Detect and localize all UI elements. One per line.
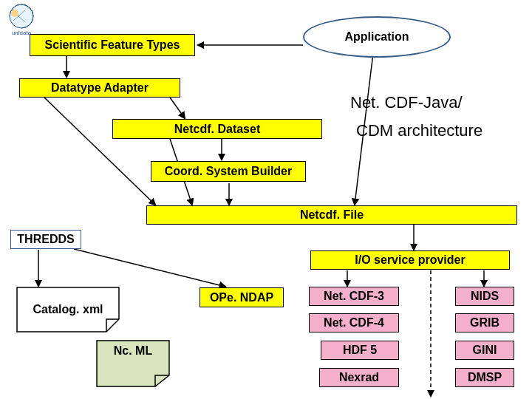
datatype-adapter-node: Datatype Adapter <box>19 78 180 98</box>
nexrad-node: Nexrad <box>319 368 399 387</box>
application-node: Application <box>303 16 451 58</box>
thredds-node: THREDDS <box>10 230 81 249</box>
hdf5-node: HDF 5 <box>321 341 399 360</box>
datatype-adapter-label: Datatype Adapter <box>51 81 149 95</box>
dmsp-label: DMSP <box>468 371 502 384</box>
grib-label: GRIB <box>470 316 499 330</box>
netcdf-dataset-label: Netcdf. Dataset <box>174 123 260 136</box>
svg-point-1 <box>11 10 18 17</box>
grib-node: GRIB <box>455 313 514 332</box>
io-service-provider-label: I/O service provider <box>355 253 465 267</box>
coord-system-builder-node: Coord. System Builder <box>151 161 306 182</box>
arrows-layer <box>0 0 532 399</box>
opendap-node: OPe. NDAP <box>200 287 284 307</box>
gini-label: GINI <box>473 344 497 357</box>
scientific-feature-types-label: Scientific Feature Types <box>45 38 180 52</box>
ncml-label: Nc. ML <box>114 344 152 358</box>
coord-system-builder-label: Coord. System Builder <box>165 165 292 178</box>
svg-line-5 <box>170 98 185 118</box>
opendap-label: OPe. NDAP <box>210 291 273 304</box>
netcdf4-node: Net. CDF-4 <box>309 313 399 332</box>
catalog-xml-node: Catalog. xml <box>16 287 120 332</box>
nids-node: NIDS <box>455 287 514 306</box>
nexrad-label: Nexrad <box>339 371 379 384</box>
svg-text:unidata: unidata <box>12 30 32 36</box>
netcdf3-label: Net. CDF-3 <box>324 290 384 303</box>
netcdf-file-label: Netcdf. File <box>300 208 364 222</box>
netcdf3-node: Net. CDF-3 <box>309 287 399 306</box>
io-service-provider-node: I/O service provider <box>310 250 510 270</box>
thredds-label: THREDDS <box>17 233 74 246</box>
application-label: Application <box>344 30 409 44</box>
gini-node: GINI <box>455 341 514 360</box>
unidata-logo: unidata <box>4 3 38 37</box>
title-line-1: Net. CDF-Java/ <box>350 93 463 112</box>
netcdf-file-node: Netcdf. File <box>146 205 517 225</box>
catalog-xml-label: Catalog. xml <box>33 303 103 316</box>
svg-line-9 <box>44 98 155 205</box>
title-line-2: CDM architecture <box>356 121 482 140</box>
nids-label: NIDS <box>471 290 499 303</box>
hdf5-label: HDF 5 <box>343 344 377 357</box>
ncml-node: Nc. ML <box>96 340 170 387</box>
scientific-feature-types-node: Scientific Feature Types <box>30 34 195 56</box>
netcdf-dataset-node: Netcdf. Dataset <box>112 119 322 139</box>
netcdf4-label: Net. CDF-4 <box>324 316 384 330</box>
svg-line-12 <box>74 249 225 287</box>
dmsp-node: DMSP <box>455 368 514 387</box>
